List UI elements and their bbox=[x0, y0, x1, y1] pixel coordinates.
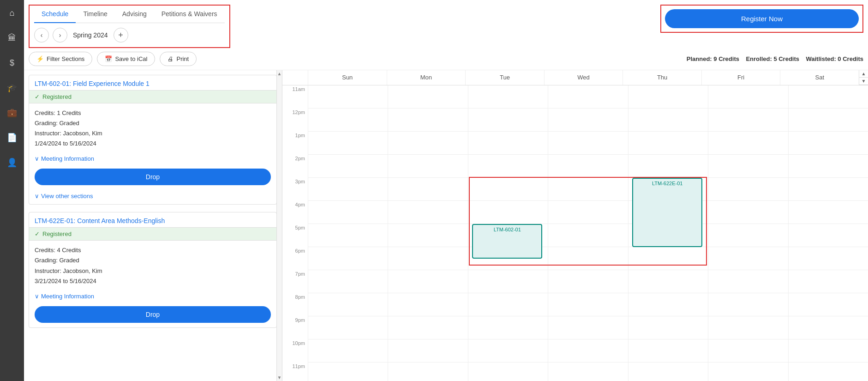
list-scroll-up[interactable]: ▲ bbox=[277, 71, 282, 76]
tab-timeline[interactable]: Timeline bbox=[76, 6, 114, 23]
dates-text: 3/21/2024 to 5/16/2024 bbox=[35, 276, 271, 286]
tabs-bar: Schedule Timeline Advising Petitions & W… bbox=[34, 6, 225, 23]
tab-advising[interactable]: Advising bbox=[115, 6, 154, 23]
event-link-ltm622[interactable]: LTM-622E-01 bbox=[652, 181, 682, 186]
main-content: Schedule Timeline Advising Petitions & W… bbox=[24, 0, 868, 381]
check-icon: ✓ bbox=[35, 93, 40, 100]
filter-sections-label: Filter Sections bbox=[47, 55, 84, 62]
next-semester-button[interactable]: › bbox=[53, 28, 67, 42]
print-button[interactable]: 🖨 Print bbox=[160, 52, 197, 66]
home-icon[interactable]: ⌂ bbox=[4, 5, 20, 21]
day-header-mon: Mon bbox=[387, 70, 466, 85]
day-col-tue: LTM-602-01 bbox=[468, 85, 548, 381]
day-header-tue: Tue bbox=[465, 70, 544, 85]
enrolled-label: Enrolled: bbox=[746, 55, 772, 62]
course-title-link[interactable]: LTM-602-01: Field Experience Module 1 bbox=[29, 75, 276, 90]
course-details: Credits: 1 Credits Grading: Graded Instr… bbox=[29, 103, 276, 153]
register-now-container: Register Now bbox=[660, 5, 863, 33]
document-icon[interactable]: 📄 bbox=[4, 129, 20, 146]
grading-text: Grading: Graded bbox=[35, 118, 271, 128]
view-sections-link[interactable]: ∨ View other sections bbox=[29, 190, 276, 204]
check-icon: ✓ bbox=[35, 230, 40, 237]
tab-petitions[interactable]: Petitions & Waivers bbox=[154, 6, 225, 23]
day-header-thu: Thu bbox=[623, 70, 701, 85]
person-icon[interactable]: 👤 bbox=[4, 154, 20, 171]
dollar-icon[interactable]: $ bbox=[4, 54, 20, 71]
cal-scroll-down[interactable]: ▼ bbox=[859, 78, 868, 85]
credits-text: Credits: 4 Credits bbox=[35, 245, 271, 255]
time-1pm: 1pm bbox=[282, 132, 308, 155]
add-semester-button[interactable]: + bbox=[114, 28, 128, 42]
planned-value: 9 Credits bbox=[713, 55, 739, 62]
credits-text: Credits: 1 Credits bbox=[35, 108, 271, 118]
time-4pm: 4pm bbox=[282, 201, 308, 224]
day-col-wed bbox=[548, 85, 628, 381]
graduation-icon[interactable]: 🎓 bbox=[4, 79, 20, 96]
save-ical-label: Save to iCal bbox=[115, 55, 147, 62]
briefcase-icon[interactable]: 💼 bbox=[4, 104, 20, 121]
day-col-sun bbox=[308, 85, 388, 381]
day-header-fri: Fri bbox=[701, 70, 780, 85]
nav-tab-box: Schedule Timeline Advising Petitions & W… bbox=[29, 5, 230, 48]
time-11am: 11am bbox=[282, 85, 308, 109]
course-title-link[interactable]: LTM-622E-01: Content Area Methods-Englis… bbox=[29, 212, 276, 227]
chevron-down-icon: ∨ bbox=[35, 155, 39, 162]
time-10pm: 10pm bbox=[282, 339, 308, 363]
calendar-area: Sun Mon Tue Wed Thu Fri Sat ▲ ▼ bbox=[282, 70, 868, 381]
filter-icon: ⚡ bbox=[36, 55, 44, 62]
waitlisted-label: Waitlisted: bbox=[806, 55, 836, 62]
waitlisted-value: 0 Credits bbox=[838, 55, 863, 62]
save-to-ical-button[interactable]: 📅 Save to iCal bbox=[97, 52, 155, 66]
action-bar: ⚡ Filter Sections 📅 Save to iCal 🖨 Print… bbox=[24, 48, 868, 70]
body-area: LTM-602-01: Field Experience Module 1 ✓ … bbox=[24, 70, 868, 381]
instructor-text: Instructor: Jacobson, Kim bbox=[35, 128, 271, 139]
course-list: LTM-602-01: Field Experience Module 1 ✓ … bbox=[24, 70, 282, 381]
day-header-sat: Sat bbox=[780, 70, 859, 85]
print-label: Print bbox=[176, 55, 189, 62]
time-5pm: 5pm bbox=[282, 224, 308, 247]
course-card: LTM-602-01: Field Experience Module 1 ✓ … bbox=[29, 75, 277, 205]
cal-grid: LTM-602-01 bbox=[308, 85, 868, 381]
instructor-text: Instructor: Jacobson, Kim bbox=[35, 266, 271, 276]
register-now-button[interactable]: Register Now bbox=[665, 9, 859, 28]
time-3pm: 3pm bbox=[282, 178, 308, 201]
enrolled-value: 5 Credits bbox=[773, 55, 799, 62]
semester-label: Spring 2024 bbox=[71, 31, 110, 39]
chevron-down-icon: ∨ bbox=[35, 293, 39, 300]
sidebar: ⌂ 🏛 $ 🎓 💼 📄 👤 bbox=[0, 0, 24, 381]
drop-button[interactable]: Drop bbox=[35, 306, 271, 323]
day-header-wed: Wed bbox=[544, 70, 623, 85]
course-details: Credits: 4 Credits Grading: Graded Instr… bbox=[29, 241, 276, 290]
day-col-fri bbox=[708, 85, 788, 381]
event-link-ltm602[interactable]: LTM-602-01 bbox=[494, 227, 521, 232]
calendar-header: Sun Mon Tue Wed Thu Fri Sat ▲ ▼ bbox=[282, 70, 868, 85]
grading-text: Grading: Graded bbox=[35, 255, 271, 266]
dates-text: 1/24/2024 to 5/16/2024 bbox=[35, 139, 271, 149]
time-6pm: 6pm bbox=[282, 247, 308, 270]
drop-button[interactable]: Drop bbox=[35, 169, 271, 185]
day-col-sat bbox=[788, 85, 868, 381]
print-icon: 🖨 bbox=[168, 55, 174, 62]
institution-icon[interactable]: 🏛 bbox=[4, 30, 20, 46]
day-col-thu: LTM-622E-01 bbox=[628, 85, 708, 381]
calendar-event-ltm602[interactable]: LTM-602-01 bbox=[472, 224, 542, 259]
calendar-body: 11am 12pm 1pm 2pm 3pm 4pm 5pm 6pm 7pm 8p… bbox=[282, 85, 868, 381]
semester-controls: ‹ › Spring 2024 + bbox=[34, 23, 225, 47]
tab-schedule[interactable]: Schedule bbox=[34, 6, 76, 23]
registered-badge: ✓ Registered bbox=[29, 227, 276, 241]
time-11pm: 11pm bbox=[282, 363, 308, 381]
credits-summary: Planned: 9 Credits Enrolled: 5 Credits W… bbox=[687, 55, 863, 62]
calendar-icon: 📅 bbox=[105, 55, 112, 62]
prev-semester-button[interactable]: ‹ bbox=[34, 28, 49, 42]
time-8pm: 8pm bbox=[282, 293, 308, 316]
planned-label: Planned: bbox=[687, 55, 712, 62]
time-12pm: 12pm bbox=[282, 109, 308, 132]
calendar-event-ltm622[interactable]: LTM-622E-01 bbox=[632, 178, 702, 247]
meeting-info-link[interactable]: ∨ Meeting Information bbox=[29, 153, 276, 164]
meeting-info-link[interactable]: ∨ Meeting Information bbox=[29, 291, 276, 302]
time-labels: 11am 12pm 1pm 2pm 3pm 4pm 5pm 6pm 7pm 8p… bbox=[282, 85, 308, 381]
filter-sections-button[interactable]: ⚡ Filter Sections bbox=[29, 52, 92, 66]
list-scroll-down[interactable]: ▼ bbox=[277, 375, 282, 380]
time-9pm: 9pm bbox=[282, 316, 308, 339]
cal-scroll-up[interactable]: ▲ bbox=[859, 70, 868, 78]
